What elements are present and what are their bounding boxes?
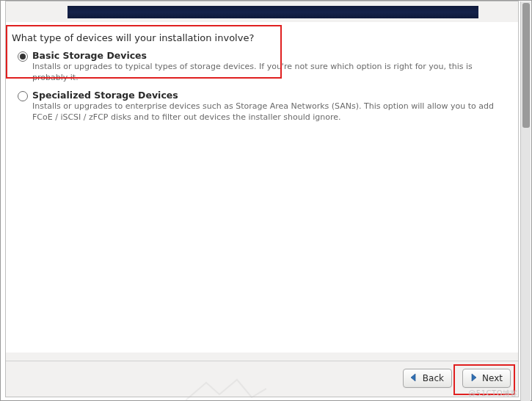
arrow-right-icon — [467, 372, 479, 386]
next-button-label: Next — [482, 373, 503, 383]
back-button[interactable]: Back — [403, 369, 452, 388]
option-basic-title: Basic Storage Devices — [32, 50, 147, 61]
option-specialized-title: Specialized Storage Devices — [32, 90, 178, 101]
watermark-text: @51CTO博客 — [468, 389, 518, 399]
header-banner — [68, 6, 478, 18]
page-question: What type of devices will your installat… — [12, 32, 254, 43]
option-specialized-desc: Installs or upgrades to enterprise devic… — [32, 101, 495, 123]
watermark-graphic — [186, 378, 266, 401]
next-button[interactable]: Next — [462, 369, 511, 388]
back-button-label: Back — [423, 373, 444, 383]
scrollbar-thumb[interactable] — [522, 3, 530, 128]
content-area: What type of devices will your installat… — [6, 22, 518, 353]
arrow-left-icon — [408, 372, 420, 386]
option-basic-desc: Installs or upgrades to typical types of… — [32, 62, 495, 84]
radio-basic-storage[interactable] — [18, 51, 28, 62]
outer-frame: What type of devices will your installat… — [0, 0, 532, 401]
radio-specialized-storage[interactable] — [18, 91, 28, 101]
vertical-scrollbar[interactable] — [520, 1, 531, 401]
installer-window: What type of devices will your installat… — [5, 1, 519, 397]
